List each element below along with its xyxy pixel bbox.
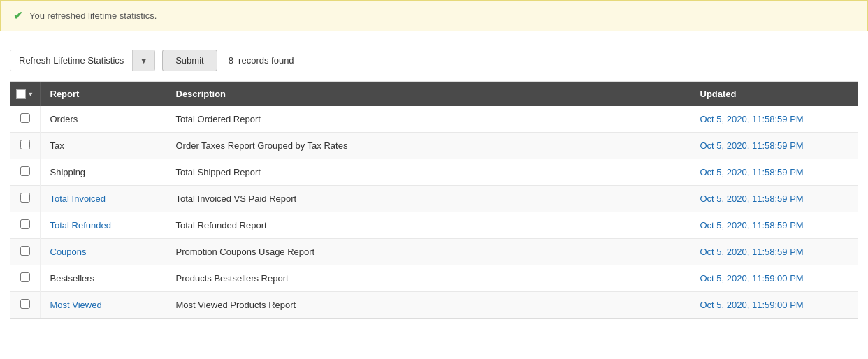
header-report: Report <box>40 82 166 106</box>
header-checkbox-dropdown-icon[interactable]: ▼ <box>27 91 34 98</box>
row-updated[interactable]: Oct 5, 2020, 11:59:00 PM <box>690 292 858 318</box>
updated-link[interactable]: Oct 5, 2020, 11:59:00 PM <box>700 273 804 284</box>
table-row: CouponsPromotion Coupons Usage ReportOct… <box>10 239 858 265</box>
row-report: Shipping <box>40 159 166 186</box>
row-updated[interactable]: Oct 5, 2020, 11:59:00 PM <box>690 265 858 292</box>
reports-table: ▼ Report Description Updated OrdersTotal… <box>10 82 858 318</box>
row-checkbox[interactable] <box>20 113 30 123</box>
table-row: Total RefundedTotal Refunded ReportOct 5… <box>10 212 858 239</box>
row-updated[interactable]: Oct 5, 2020, 11:58:59 PM <box>690 106 858 133</box>
row-checkbox[interactable] <box>20 219 30 229</box>
row-report: Tax <box>40 133 166 159</box>
records-count-suffix: records found <box>238 55 294 66</box>
row-description: Order Taxes Report Grouped by Tax Rates <box>166 133 690 159</box>
table-row: BestsellersProducts Bestsellers ReportOc… <box>10 265 858 292</box>
row-checkbox-cell <box>10 239 40 265</box>
row-checkbox[interactable] <box>20 166 30 176</box>
row-checkbox-cell <box>10 265 40 292</box>
row-checkbox-cell <box>10 292 40 318</box>
row-checkbox[interactable] <box>20 246 30 256</box>
row-checkbox-cell <box>10 133 40 159</box>
row-description: Most Viewed Products Report <box>166 292 690 318</box>
table-row: Total InvoicedTotal Invoiced VS Paid Rep… <box>10 186 858 212</box>
select-all-checkbox[interactable] <box>16 89 26 99</box>
row-updated[interactable]: Oct 5, 2020, 11:58:59 PM <box>690 133 858 159</box>
row-report: Orders <box>40 106 166 133</box>
row-checkbox[interactable] <box>20 299 30 309</box>
row-description: Total Ordered Report <box>166 106 690 133</box>
table-row: Most ViewedMost Viewed Products ReportOc… <box>10 292 858 318</box>
reports-table-container: ▼ Report Description Updated OrdersTotal… <box>10 81 858 319</box>
row-report[interactable]: Coupons <box>40 239 166 265</box>
row-description: Promotion Coupons Usage Report <box>166 239 690 265</box>
updated-link[interactable]: Oct 5, 2020, 11:58:59 PM <box>700 114 804 124</box>
row-description: Total Shipped Report <box>166 159 690 186</box>
page-wrapper: ✔ You refreshed lifetime statistics. Ref… <box>0 0 868 359</box>
report-link[interactable]: Total Invoiced <box>50 193 106 204</box>
updated-link[interactable]: Oct 5, 2020, 11:58:59 PM <box>700 167 804 177</box>
row-description: Products Bestsellers Report <box>166 265 690 292</box>
records-count-number: 8 <box>229 55 233 66</box>
records-count: 8 records found <box>229 55 294 66</box>
updated-link[interactable]: Oct 5, 2020, 11:58:59 PM <box>700 193 804 204</box>
row-checkbox-cell <box>10 212 40 239</box>
report-link[interactable]: Most Viewed <box>50 300 102 310</box>
row-checkbox[interactable] <box>20 140 30 149</box>
checkmark-icon: ✔ <box>13 9 22 22</box>
row-checkbox[interactable] <box>20 272 30 282</box>
row-updated[interactable]: Oct 5, 2020, 11:58:59 PM <box>690 186 858 212</box>
row-checkbox-cell <box>10 186 40 212</box>
action-select-wrapper[interactable]: Refresh Lifetime Statistics ▼ <box>10 50 155 71</box>
row-report: Bestsellers <box>40 265 166 292</box>
updated-link[interactable]: Oct 5, 2020, 11:58:59 PM <box>700 220 804 230</box>
row-report[interactable]: Total Invoiced <box>40 186 166 212</box>
report-link[interactable]: Coupons <box>50 247 87 257</box>
action-select-label[interactable]: Refresh Lifetime Statistics <box>10 50 132 71</box>
row-checkbox[interactable] <box>20 193 30 203</box>
row-report[interactable]: Total Refunded <box>40 212 166 239</box>
table-row: OrdersTotal Ordered ReportOct 5, 2020, 1… <box>10 106 858 133</box>
header-checkbox-wrapper[interactable]: ▼ <box>16 89 34 99</box>
row-report[interactable]: Most Viewed <box>40 292 166 318</box>
row-updated[interactable]: Oct 5, 2020, 11:58:59 PM <box>690 159 858 186</box>
row-updated[interactable]: Oct 5, 2020, 11:58:59 PM <box>690 239 858 265</box>
table-row: ShippingTotal Shipped ReportOct 5, 2020,… <box>10 159 858 186</box>
row-checkbox-cell <box>10 159 40 186</box>
header-updated: Updated <box>690 82 858 106</box>
select-arrow-icon[interactable]: ▼ <box>132 50 154 71</box>
success-message: You refreshed lifetime statistics. <box>29 10 157 21</box>
success-banner: ✔ You refreshed lifetime statistics. <box>0 0 868 31</box>
row-description: Total Refunded Report <box>166 212 690 239</box>
table-row: TaxOrder Taxes Report Grouped by Tax Rat… <box>10 133 858 159</box>
row-description: Total Invoiced VS Paid Report <box>166 186 690 212</box>
row-updated[interactable]: Oct 5, 2020, 11:58:59 PM <box>690 212 858 239</box>
updated-link[interactable]: Oct 5, 2020, 11:58:59 PM <box>700 247 804 257</box>
row-checkbox-cell <box>10 106 40 133</box>
header-description: Description <box>166 82 690 106</box>
updated-link[interactable]: Oct 5, 2020, 11:59:00 PM <box>700 300 804 310</box>
header-checkbox-col: ▼ <box>10 82 40 106</box>
submit-button[interactable]: Submit <box>162 50 217 71</box>
updated-link[interactable]: Oct 5, 2020, 11:58:59 PM <box>700 140 804 151</box>
report-link[interactable]: Total Refunded <box>50 220 111 230</box>
toolbar: Refresh Lifetime Statistics ▼ Submit 8 r… <box>0 44 868 81</box>
